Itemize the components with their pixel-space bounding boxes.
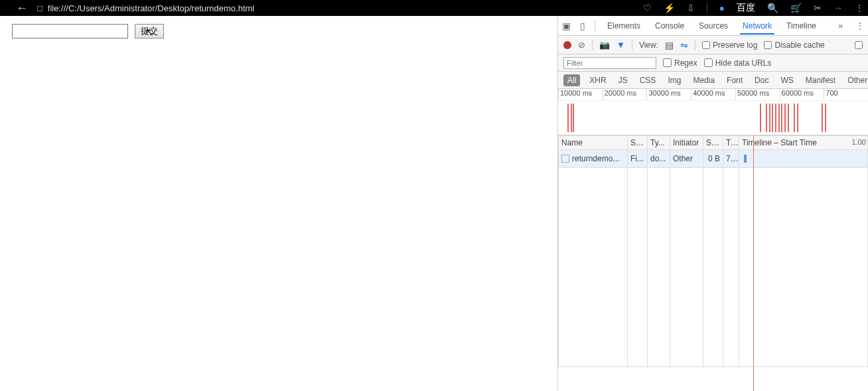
type-ws[interactable]: WS <box>778 74 796 86</box>
baidu-circle-icon[interactable]: ● <box>719 3 725 13</box>
timeline-marker-line <box>753 135 754 391</box>
search-icon[interactable]: 🔍 <box>767 3 778 13</box>
text-input[interactable] <box>12 24 128 39</box>
disable-cache-label: Disable cache <box>774 40 824 50</box>
tab-network[interactable]: Network <box>740 17 774 35</box>
lightning-icon[interactable]: ⚡ <box>664 3 675 13</box>
device-toggle-icon[interactable]: ▯ <box>580 21 585 31</box>
screenshot-icon[interactable]: 📷 <box>599 40 610 50</box>
overview-tick: 10000 ms <box>558 89 603 100</box>
overview-request-bar <box>797 104 798 132</box>
type-media[interactable]: Media <box>690 74 717 86</box>
type-all[interactable]: All <box>563 74 580 86</box>
large-rows-icon[interactable]: ▤ <box>665 40 674 50</box>
baidu-label[interactable]: 百度 <box>737 2 755 14</box>
overview-request-bar <box>778 104 780 132</box>
tabs-overflow-icon[interactable]: » <box>838 21 843 31</box>
cell-timeline <box>739 150 868 168</box>
tab-elements[interactable]: Elements <box>605 17 643 35</box>
timeline-right-value: 1.00 <box>852 138 866 146</box>
page-content: 提交 ↖ <box>0 16 557 46</box>
overview-request-bar <box>788 104 789 132</box>
arrow-right-icon[interactable]: → <box>833 3 843 13</box>
type-doc[interactable]: Doc <box>752 74 771 86</box>
preserve-log-label: Preserve log <box>713 40 757 50</box>
type-other[interactable]: Other <box>845 74 868 86</box>
type-css[interactable]: CSS <box>637 74 659 86</box>
type-img[interactable]: Img <box>665 74 684 86</box>
address-url[interactable]: file:///C:/Users/Administrator/Desktop/r… <box>48 3 254 13</box>
col-type[interactable]: Ty... <box>648 136 670 150</box>
cell-name[interactable]: returndemo... <box>559 150 628 168</box>
filter-input[interactable] <box>563 57 656 69</box>
cell-size: 0 B <box>703 150 723 168</box>
overview-tick: 20000 ms <box>603 89 647 100</box>
overview-tick: 60000 ms <box>780 89 824 100</box>
devtools-tabs: ▣ ▯ Elements Console Sources Network Tim… <box>558 16 868 36</box>
type-js[interactable]: JS <box>616 74 630 86</box>
extra-checkbox[interactable] <box>855 41 863 49</box>
network-type-row: All XHR JS CSS Img Media Font Doc WS Man… <box>558 72 868 89</box>
overview-request-bar <box>760 104 761 132</box>
table-header-row[interactable]: Name St... Ty... Initiator Size Ti... Ti… <box>559 136 868 150</box>
devtools-menu-icon[interactable]: ⋮ <box>856 21 864 31</box>
col-initiator[interactable]: Initiator <box>670 136 703 150</box>
overview-request-bar <box>769 104 770 132</box>
regex-checkbox[interactable]: Regex <box>663 58 697 68</box>
preserve-log-checkbox[interactable]: Preserve log <box>702 40 757 50</box>
overview-tick: 700 <box>824 89 868 100</box>
browser-top-bar: ← □ file:///C:/Users/Administrator/Deskt… <box>0 0 868 16</box>
record-icon[interactable] <box>563 41 571 49</box>
hide-data-urls-checkbox[interactable]: Hide data URLs <box>704 58 772 68</box>
back-icon[interactable]: ← <box>0 2 37 14</box>
tab-timeline[interactable]: Timeline <box>784 17 819 35</box>
hide-data-urls-label: Hide data URLs <box>715 58 772 68</box>
element-picker-icon[interactable]: ▣ <box>562 21 571 31</box>
divider <box>592 40 593 50</box>
col-time[interactable]: Ti... <box>723 136 739 150</box>
overview-request-bar <box>784 104 786 132</box>
cell-initiator[interactable]: Other <box>670 150 703 168</box>
cell-type: do... <box>648 150 670 168</box>
devtools-panel: ▣ ▯ Elements Console Sources Network Tim… <box>557 16 868 391</box>
menu-icon[interactable]: ⋮ <box>855 3 864 13</box>
waterfall-icon[interactable]: ⇋ <box>680 40 688 50</box>
filter-icon[interactable]: ▼ <box>616 40 625 50</box>
divider <box>632 40 632 50</box>
page-viewport: 提交 ↖ <box>0 16 557 391</box>
overview-tick: 50000 ms <box>735 89 780 100</box>
type-xhr[interactable]: XHR <box>587 74 609 86</box>
type-font[interactable]: Font <box>724 74 745 86</box>
clear-icon[interactable]: ⊘ <box>578 40 585 50</box>
disable-cache-checkbox[interactable]: Disable cache <box>764 40 824 50</box>
network-overview[interactable]: 10000 ms20000 ms30000 ms40000 ms50000 ms… <box>558 89 868 135</box>
cart-icon[interactable]: 🛒 <box>790 3 802 13</box>
heart-icon[interactable]: ♡ <box>643 3 652 13</box>
regex-label: Regex <box>674 58 697 68</box>
download-icon[interactable]: ⇩ <box>687 3 695 13</box>
overview-tick: 40000 ms <box>691 89 735 100</box>
table-row[interactable]: returndemo...Fi...do...Other0 B7... <box>559 150 868 168</box>
submit-button[interactable]: 提交 <box>135 24 164 39</box>
col-status[interactable]: St... <box>628 136 648 150</box>
overview-request-bar <box>573 104 574 132</box>
overview-request-bar <box>567 104 569 132</box>
col-name[interactable]: Name <box>559 136 628 150</box>
tab-sources[interactable]: Sources <box>696 17 731 35</box>
overview-request-bar <box>766 104 767 132</box>
scissors-icon[interactable]: ✂ <box>814 3 822 13</box>
network-grid: Name St... Ty... Initiator Size Ti... Ti… <box>558 135 868 391</box>
divider <box>695 40 695 50</box>
timeline-bar <box>744 155 747 163</box>
table-empty-area <box>559 168 868 367</box>
divider <box>595 20 595 32</box>
overview-tick: 30000 ms <box>646 89 691 100</box>
overview-request-bar <box>794 104 795 132</box>
tab-console[interactable]: Console <box>652 17 687 35</box>
type-manifest[interactable]: Manifest <box>803 74 838 86</box>
overview-request-bar <box>571 104 572 132</box>
network-filter-row: Regex Hide data URLs <box>558 54 868 72</box>
network-table[interactable]: Name St... Ty... Initiator Size Ti... Ti… <box>558 135 868 367</box>
col-timeline[interactable]: Timeline – Start Time 1.00 <box>739 136 868 150</box>
col-size[interactable]: Size <box>703 136 723 150</box>
